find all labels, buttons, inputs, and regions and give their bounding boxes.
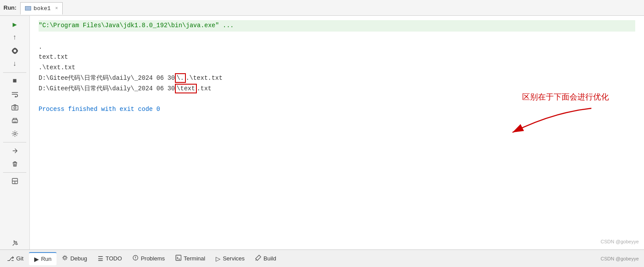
bottom-terminal-btn[interactable]: Terminal <box>170 252 210 265</box>
scroll-down-button[interactable]: ↓ <box>8 58 22 70</box>
problems-label: Problems <box>141 255 165 262</box>
tab-close-btn[interactable]: × <box>55 6 58 11</box>
layout-button[interactable] <box>8 175 22 187</box>
output-line-empty <box>39 94 635 105</box>
svg-rect-8 <box>176 255 181 260</box>
highlight-box-1: \. <box>175 73 186 83</box>
bottom-todo-btn[interactable]: ☰ TODO <box>93 253 127 265</box>
file-icon <box>25 6 31 11</box>
services-label: Services <box>223 255 245 262</box>
problems-icon <box>132 255 139 262</box>
wrap-button[interactable] <box>8 88 22 100</box>
output-line-4: .\text.txt <box>39 63 635 73</box>
watermark-bottom: CSDN @gobeyye <box>601 256 642 261</box>
build-label: Build <box>263 255 276 262</box>
svg-rect-2 <box>12 120 18 123</box>
run-label: Run: <box>4 4 17 11</box>
svg-point-3 <box>14 133 16 135</box>
debug-label: Debug <box>70 255 87 262</box>
output-line-5: D:\Gitee代码\日常代码\daily\_2024 06 30\..\tex… <box>39 73 635 84</box>
divider3 <box>3 172 27 173</box>
output-line-3: text.txt <box>39 52 635 63</box>
run-label: Run <box>41 256 52 262</box>
run-icon: ▶ <box>34 256 39 263</box>
settings-button[interactable] <box>8 45 22 57</box>
main-area: ▶ ↑ ↓ ■ <box>0 16 644 249</box>
scroll-up-button[interactable]: ↑ <box>8 32 22 44</box>
output-line-2 <box>39 32 635 42</box>
divider2 <box>3 142 27 142</box>
bottom-toolbar: ⎇ Git ▶ Run Debug ☰ TODO Problems <box>0 249 644 267</box>
build-icon <box>255 255 261 262</box>
pin-button[interactable] <box>8 237 22 249</box>
output-line-6: D:\Gitee代码\日常代码\daily\_2024 06 30\text.t… <box>39 84 635 94</box>
bottom-run-btn[interactable]: ▶ Run <box>29 252 57 265</box>
output-line-dot: . <box>39 42 635 53</box>
cog-button[interactable] <box>8 128 22 140</box>
bottom-build-btn[interactable]: Build <box>250 252 281 265</box>
svg-point-1 <box>14 107 16 109</box>
print-button[interactable] <box>8 114 22 127</box>
left-toolbar: ▶ ↑ ↓ ■ <box>0 16 30 249</box>
highlight-box-2: \text <box>175 84 197 93</box>
camera-button[interactable] <box>8 101 22 114</box>
tab-bar: Run: boke1 × <box>0 0 644 16</box>
debug-icon <box>62 255 68 262</box>
watermark: CSDN @gobeyye <box>601 238 639 246</box>
output-line-7: Process finished with exit code 0 <box>39 104 635 115</box>
terminal-label: Terminal <box>184 255 205 262</box>
bottom-problems-btn[interactable]: Problems <box>127 252 170 265</box>
todo-label: TODO <box>106 255 122 262</box>
trash-button[interactable] <box>8 158 22 170</box>
services-icon: ▷ <box>216 255 221 262</box>
bottom-services-btn[interactable]: ▷ Services <box>210 253 250 265</box>
terminal-icon <box>175 255 181 262</box>
output-line-1: "C:\Program Files\Java\jdk1.8.0_192\bin\… <box>39 20 635 32</box>
boke1-tab[interactable]: boke1 × <box>20 2 63 14</box>
git-label: Git <box>16 255 24 262</box>
bottom-debug-btn[interactable]: Debug <box>57 252 92 265</box>
tab-name: boke1 <box>34 5 51 12</box>
git-icon: ⎇ <box>7 255 14 262</box>
output-area: "C:\Program Files\Java\jdk1.8.0_192\bin\… <box>30 16 644 249</box>
run-button[interactable]: ▶ <box>8 18 22 31</box>
svg-point-6 <box>64 256 66 259</box>
bottom-git-btn[interactable]: ⎇ Git <box>2 253 29 265</box>
stop-button[interactable]: ■ <box>8 75 22 87</box>
svg-rect-0 <box>12 106 18 110</box>
import-button[interactable] <box>8 145 22 157</box>
divider1 <box>3 72 27 73</box>
todo-icon: ☰ <box>98 255 103 262</box>
